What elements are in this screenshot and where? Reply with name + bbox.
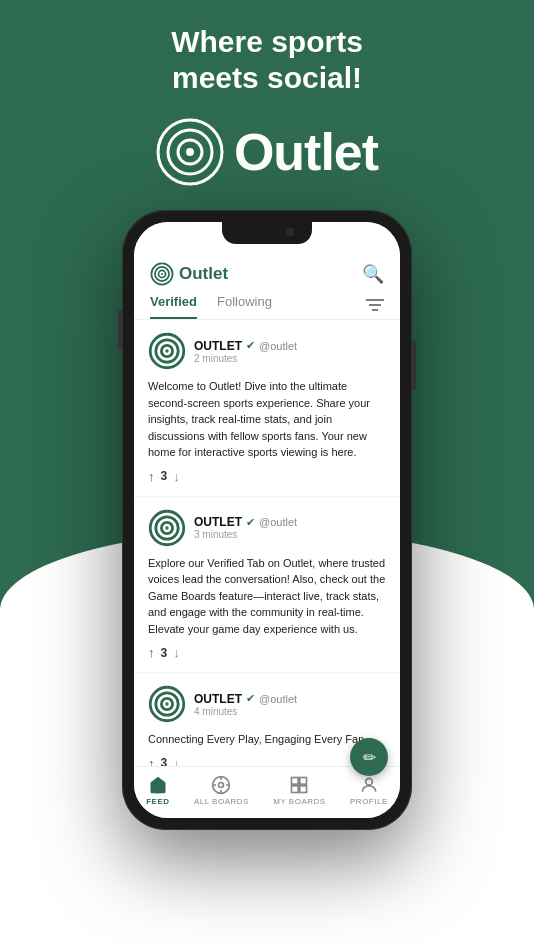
verified-badge: ✔ bbox=[246, 516, 255, 529]
svg-point-23 bbox=[219, 783, 224, 788]
post-handle: @outlet bbox=[259, 693, 297, 705]
post-avatar-icon bbox=[148, 509, 186, 547]
my-boards-icon bbox=[289, 775, 309, 795]
tab-list: Verified Following bbox=[150, 294, 272, 319]
svg-point-18 bbox=[165, 526, 168, 529]
post-handle: @outlet bbox=[259, 340, 297, 352]
post-time: 2 minutes bbox=[194, 353, 297, 364]
svg-rect-24 bbox=[292, 778, 299, 785]
search-icon[interactable]: 🔍 bbox=[362, 263, 384, 285]
phone-body: Outlet 🔍 Verified Following bbox=[122, 210, 412, 830]
verified-badge: ✔ bbox=[246, 339, 255, 352]
brand-logo-area: Outlet bbox=[0, 118, 534, 186]
post-avatar-icon bbox=[148, 332, 186, 370]
feed-tabs: Verified Following bbox=[134, 286, 400, 320]
verified-badge: ✔ bbox=[246, 692, 255, 705]
post-actions: ↑ 3 ↓ bbox=[148, 469, 386, 484]
home-icon bbox=[148, 775, 168, 795]
posts-feed: OUTLET ✔ @outlet 2 minutes Welcome to Ou… bbox=[134, 320, 400, 766]
post-item: OUTLET ✔ @outlet 3 minutes Explore our V… bbox=[134, 497, 400, 673]
post-name-row: OUTLET ✔ @outlet bbox=[194, 339, 297, 353]
post-author: OUTLET bbox=[194, 515, 242, 529]
downvote-button[interactable]: ↓ bbox=[173, 756, 180, 767]
nav-label-all-boards: ALL BOARDS bbox=[194, 797, 249, 806]
downvote-button[interactable]: ↓ bbox=[173, 469, 180, 484]
upvote-button[interactable]: ↑ bbox=[148, 469, 155, 484]
svg-rect-26 bbox=[292, 786, 299, 793]
post-item: OUTLET ✔ @outlet 2 minutes Welcome to Ou… bbox=[134, 320, 400, 496]
nav-item-my-boards[interactable]: MY BOARDS bbox=[273, 775, 325, 806]
upvote-button[interactable]: ↑ bbox=[148, 756, 155, 767]
outlet-logo-icon-big bbox=[156, 118, 224, 186]
svg-point-28 bbox=[366, 778, 373, 785]
vote-count: 3 bbox=[161, 646, 168, 660]
post-actions: ↑ 3 ↓ bbox=[148, 645, 386, 660]
app-logo: Outlet bbox=[150, 262, 228, 286]
svg-rect-25 bbox=[300, 778, 307, 785]
all-boards-icon bbox=[211, 775, 231, 795]
compose-icon: ✏ bbox=[363, 748, 376, 767]
nav-item-feed[interactable]: FEED bbox=[146, 775, 169, 806]
header-section: Where sports meets social! bbox=[0, 24, 534, 96]
phone-mockup: Outlet 🔍 Verified Following bbox=[122, 210, 412, 830]
svg-point-22 bbox=[165, 702, 168, 705]
profile-icon bbox=[359, 775, 379, 795]
post-header: OUTLET ✔ @outlet 2 minutes bbox=[148, 332, 386, 370]
post-text: Explore our Verified Tab on Outlet, wher… bbox=[148, 555, 386, 638]
app-logo-icon bbox=[150, 262, 174, 286]
tab-following[interactable]: Following bbox=[217, 294, 272, 319]
post-header: OUTLET ✔ @outlet 3 minutes bbox=[148, 509, 386, 547]
post-meta: OUTLET ✔ @outlet 4 minutes bbox=[194, 692, 297, 717]
post-name-row: OUTLET ✔ @outlet bbox=[194, 515, 297, 529]
post-name-row: OUTLET ✔ @outlet bbox=[194, 692, 297, 706]
header-title: Where sports meets social! bbox=[0, 24, 534, 96]
nav-label-profile: PROFILE bbox=[350, 797, 388, 806]
post-text: Connecting Every Play, Engaging Every Fa… bbox=[148, 731, 386, 748]
nav-label-my-boards: MY BOARDS bbox=[273, 797, 325, 806]
svg-point-7 bbox=[161, 273, 163, 275]
nav-item-all-boards[interactable]: ALL BOARDS bbox=[194, 775, 249, 806]
post-avatar-icon bbox=[148, 685, 186, 723]
brand-logo-text: Outlet bbox=[234, 122, 378, 182]
post-time: 4 minutes bbox=[194, 706, 297, 717]
svg-point-14 bbox=[165, 349, 168, 352]
nav-label-feed: FEED bbox=[146, 797, 169, 806]
nav-item-profile[interactable]: PROFILE bbox=[350, 775, 388, 806]
filter-icon[interactable] bbox=[366, 298, 384, 316]
downvote-button[interactable]: ↓ bbox=[173, 645, 180, 660]
post-header: OUTLET ✔ @outlet 4 minutes bbox=[148, 685, 386, 723]
upvote-button[interactable]: ↑ bbox=[148, 645, 155, 660]
post-author: OUTLET bbox=[194, 692, 242, 706]
vote-count: 3 bbox=[161, 756, 168, 766]
post-author: OUTLET bbox=[194, 339, 242, 353]
post-meta: OUTLET ✔ @outlet 2 minutes bbox=[194, 339, 297, 364]
phone-camera bbox=[286, 228, 294, 236]
svg-rect-27 bbox=[300, 786, 307, 793]
app-logo-text: Outlet bbox=[179, 264, 228, 284]
phone-notch bbox=[222, 222, 312, 244]
tab-verified[interactable]: Verified bbox=[150, 294, 197, 319]
svg-point-3 bbox=[186, 148, 194, 156]
post-time: 3 minutes bbox=[194, 529, 297, 540]
compose-fab-button[interactable]: ✏ bbox=[350, 738, 388, 776]
vote-count: 3 bbox=[161, 469, 168, 483]
post-meta: OUTLET ✔ @outlet 3 minutes bbox=[194, 515, 297, 540]
post-handle: @outlet bbox=[259, 516, 297, 528]
phone-screen: Outlet 🔍 Verified Following bbox=[134, 222, 400, 818]
post-text: Welcome to Outlet! Dive into the ultimat… bbox=[148, 378, 386, 461]
